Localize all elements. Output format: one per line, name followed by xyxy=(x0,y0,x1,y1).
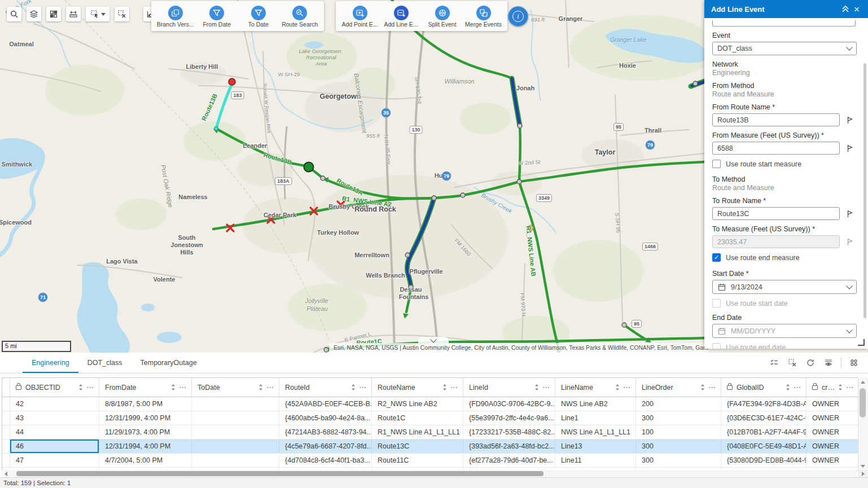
close-panel-button[interactable]: × xyxy=(851,3,862,15)
column-menu-icon[interactable]: ⋯ xyxy=(845,383,858,392)
collapse-panel-button[interactable] xyxy=(840,3,851,15)
column-menu-icon[interactable]: ⋯ xyxy=(265,383,279,392)
column-header-lineorder[interactable]: LineOrder⋯ xyxy=(636,378,721,397)
column-header-routename[interactable]: RouteName⋯ xyxy=(372,378,463,397)
column-header-fromdate[interactable]: FromDate⋯ xyxy=(99,378,192,397)
tab-temporaryoutage[interactable]: TemporaryOutage xyxy=(131,353,206,373)
column-menu-icon[interactable]: ⋯ xyxy=(622,383,635,392)
table-cell[interactable]: {393ad56f-2a63-48fd-bc2... xyxy=(463,439,555,453)
column-header-globalid[interactable]: GlobalID⋯ xyxy=(721,378,806,397)
table-cell[interactable] xyxy=(192,397,279,411)
use-route-end-measure-checkbox[interactable]: ✓ xyxy=(712,253,721,262)
start-date-select[interactable]: 9/13/2024 xyxy=(712,280,857,294)
table-cell[interactable]: Route1C xyxy=(372,411,463,425)
to-date-button[interactable]: To Date xyxy=(239,5,278,28)
route-search-button[interactable]: Route Search xyxy=(280,5,319,28)
table-cell[interactable]: OWNER xyxy=(806,411,858,425)
from-date-button[interactable]: From Date xyxy=(197,5,236,28)
table-row[interactable]: 428/8/1987, 5:00 PM{452A9ABD-E0EF-4CEB-B… xyxy=(2,397,858,411)
table-cell[interactable]: Route11C xyxy=(372,454,463,467)
horizontal-scroll-thumb[interactable] xyxy=(16,471,543,476)
table-cell[interactable]: {55e3997d-2ffc-4e4c-9a6... xyxy=(463,411,555,425)
clear-selection-button[interactable] xyxy=(115,7,129,21)
table-cell[interactable]: {FA47E394-92F8-4D3B-A... xyxy=(721,397,806,411)
from-route-name-input[interactable]: Route13B xyxy=(712,113,840,126)
column-header-create[interactable]: create⋯ xyxy=(806,378,858,397)
select-by-rectangle-button[interactable] xyxy=(86,7,109,21)
table-cell[interactable]: {4d7084c8-6cf4-40f1-ba3... xyxy=(279,454,372,467)
add-line-event-button[interactable]: Add Line E... xyxy=(382,5,421,28)
column-header-lineid[interactable]: LineId⋯ xyxy=(463,378,555,397)
sort-icon[interactable] xyxy=(256,384,265,391)
table-cell[interactable]: Route13C xyxy=(372,439,463,453)
sort-icon[interactable] xyxy=(698,384,707,391)
table-cell[interactable]: 11/29/1973, 4:00 PM xyxy=(99,425,192,439)
column-menu-icon[interactable]: ⋯ xyxy=(358,383,371,392)
layers-button[interactable] xyxy=(27,7,41,21)
column-menu-icon[interactable]: ⋯ xyxy=(707,383,721,392)
table-cell[interactable]: 46 xyxy=(10,439,99,453)
use-route-end-date-checkbox[interactable] xyxy=(712,343,721,349)
table-row[interactable]: 4411/29/1973, 4:00 PM{47214AB3-6882-4873… xyxy=(2,425,858,439)
event-select[interactable]: DOT_class xyxy=(712,42,857,55)
table-cell[interactable]: {4600abc5-ba90-4e24-8a... xyxy=(279,411,372,425)
table-cell[interactable]: {FD90A03C-9706-42BC-9... xyxy=(463,397,555,411)
pick-from-measure-on-map-icon[interactable] xyxy=(845,144,854,153)
table-cell[interactable]: 44 xyxy=(10,425,99,439)
table-cell[interactable]: Line11 xyxy=(555,454,636,467)
sort-icon[interactable] xyxy=(613,384,622,391)
table-cell[interactable] xyxy=(192,439,279,453)
to-route-name-input[interactable]: Route13C xyxy=(712,207,840,220)
table-cell[interactable]: R1_NWS Line A1_L1_LL1 xyxy=(372,425,463,439)
use-route-start-measure-checkbox[interactable] xyxy=(712,160,721,168)
table-cell[interactable]: {0408E0FC-5E49-48D1-A... xyxy=(721,439,806,453)
table-cell[interactable]: 300 xyxy=(636,454,721,467)
table-cell[interactable]: {4c5e79a6-6687-4207-8fd... xyxy=(279,439,372,453)
scrolled-field-partial[interactable] xyxy=(712,20,856,27)
table-vertical-scrollbar[interactable] xyxy=(858,377,868,470)
column-menu-icon[interactable]: ⋯ xyxy=(449,383,463,392)
table-cell[interactable]: NWS Line A1_L1_LL1 xyxy=(555,425,636,439)
table-cell[interactable]: Line13 xyxy=(555,439,636,453)
table-cell[interactable]: OWNER xyxy=(806,454,858,467)
pick-to-measure-on-map-icon[interactable] xyxy=(845,238,854,247)
table-cell[interactable]: 12/31/1994, 4:00 PM xyxy=(99,439,192,453)
sort-icon[interactable] xyxy=(783,384,792,391)
table-cell[interactable]: R2_NWS Line AB2 xyxy=(372,397,463,411)
table-cell[interactable]: OWNER xyxy=(806,397,858,411)
options-grid-button[interactable] xyxy=(847,355,861,370)
to-measure-input[interactable]: 23035.47 xyxy=(712,235,840,248)
column-header-todate[interactable]: ToDate⋯ xyxy=(192,378,279,397)
sort-icon[interactable] xyxy=(440,384,449,391)
branch-versions-button[interactable]: Branch Vers... xyxy=(156,5,195,28)
tab-engineering[interactable]: Engineering xyxy=(23,353,78,373)
panel-scrollbar[interactable] xyxy=(863,63,866,318)
table-row[interactable]: 474/7/2004, 5:00 PM{4d7084c8-6cf4-40f1-b… xyxy=(2,454,858,468)
table-cell[interactable]: {53080D9D-ED8B-4044-9... xyxy=(721,454,806,467)
table-cell[interactable]: {17233217-535B-488C-82... xyxy=(463,425,555,439)
refresh-button[interactable] xyxy=(803,355,818,370)
column-header-linename[interactable]: LineName⋯ xyxy=(555,378,636,397)
clear-selection-button[interactable] xyxy=(785,355,800,370)
sort-icon[interactable] xyxy=(532,384,541,391)
basemap-grid-button[interactable] xyxy=(46,7,61,21)
measure-button[interactable] xyxy=(66,7,81,21)
table-cell[interactable]: {03D6EC3D-61E7-424C-9... xyxy=(721,411,806,425)
table-cell[interactable]: {452A9ABD-E0EF-4CEB-B... xyxy=(279,397,372,411)
split-event-button[interactable]: Split Event xyxy=(423,5,462,28)
column-header-objectid[interactable]: OBJECTID⋯ xyxy=(10,378,99,397)
from-measure-input[interactable]: 6588 xyxy=(712,142,840,155)
table-cell[interactable]: 4/7/2004, 5:00 PM xyxy=(99,454,192,467)
column-header-routeid[interactable]: RouteId⋯ xyxy=(279,378,372,397)
table-cell[interactable]: 47 xyxy=(10,454,99,467)
table-cell[interactable] xyxy=(192,425,279,439)
table-cell[interactable] xyxy=(192,454,279,467)
table-cell[interactable]: 300 xyxy=(636,411,721,425)
sort-icon[interactable] xyxy=(169,384,178,391)
panel-resize-handle[interactable] xyxy=(858,339,865,346)
table-cell[interactable]: {012B70B1-A2F7-4A4F-96... xyxy=(721,425,806,439)
end-date-select[interactable]: MM/DD/YYYY xyxy=(712,324,857,338)
fields-visibility-button[interactable] xyxy=(821,355,836,370)
vertical-scroll-thumb[interactable] xyxy=(860,388,866,417)
sort-icon[interactable] xyxy=(76,384,85,391)
